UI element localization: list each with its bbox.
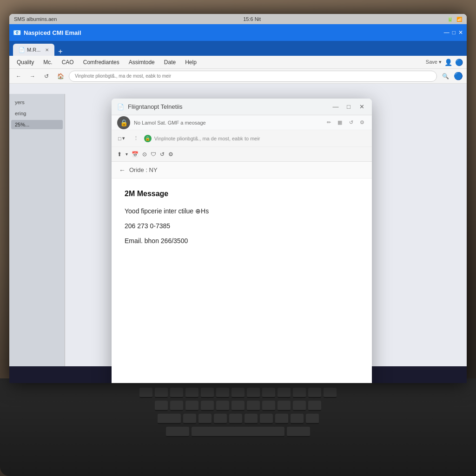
keyboard-keys (0, 378, 476, 446)
forward-btn[interactable]: → (27, 71, 38, 82)
key (262, 401, 275, 411)
menu-comfrediantes[interactable]: Comfrediantes (79, 58, 123, 66)
key (201, 388, 214, 398)
key (185, 388, 198, 398)
save-btn[interactable]: Save ▾ (426, 59, 442, 65)
compose-search-placeholder: Vinplnote plionbgt&., ma de most, eabk t… (154, 136, 368, 141)
key (231, 401, 245, 411)
compose-shield-icon: 🛡 (151, 151, 156, 158)
back-btn[interactable]: ← (13, 71, 24, 82)
tab-close-icon[interactable]: ✕ (45, 47, 49, 53)
os-topbar: SMS albumins.aen 15:6 Nit 🔋 📶 (9, 14, 467, 24)
compose-green-icon: 🔒 (144, 135, 152, 142)
key (245, 414, 258, 424)
wifi-icon: 📶 (456, 17, 462, 22)
key (278, 388, 291, 398)
key (216, 388, 229, 398)
profile-icon[interactable]: 🔵 (454, 72, 463, 80)
key (231, 388, 245, 398)
space-key (192, 427, 284, 437)
menu-help[interactable]: Help (181, 58, 200, 66)
browser-close-btn[interactable]: ✕ (458, 29, 463, 36)
compose-title: Fliigntanopt Telnetiis (128, 103, 183, 110)
avatar-icon: 🔒 (120, 119, 128, 126)
compose-checkbox-btn[interactable]: □ ▾ (115, 134, 128, 142)
shift-key (166, 427, 189, 437)
menu-quality[interactable]: Quality (13, 58, 38, 66)
compose-back-arrow[interactable]: ← (119, 166, 126, 174)
sidebar-item-selected[interactable]: 25%... (11, 120, 63, 129)
message-line1: Yood fipcerie inter ctilue ⊕Hs (125, 207, 359, 215)
compose-toolbar-row: □ ▾ ⋮ 🔒 Vinplnote plionbgt&., ma de most… (112, 130, 372, 147)
compose-titlebar-icons: — □ ✕ (331, 102, 366, 112)
menu-assimtode[interactable]: Assimtode (125, 58, 159, 66)
browser-menubar: Quality Mc. CAO Comfrediantes Assimtode … (9, 56, 467, 69)
key (214, 414, 227, 424)
sidebar-item-ering[interactable]: ering (11, 109, 63, 118)
sidebar-item-yers[interactable]: yers (11, 98, 63, 107)
compose-nav-icon: ⬆ (117, 151, 122, 158)
compose-more-btn[interactable]: ⋮ (131, 134, 141, 142)
browser: 📧 Naspiced CMI Email — □ ✕ 📄 M.R... ✕ + … (9, 24, 467, 383)
browser-tabs: 📄 M.R... ✕ + (9, 41, 467, 56)
key (170, 401, 183, 411)
menu-date[interactable]: Date (160, 58, 179, 66)
compose-nav-label: Oride : NY (129, 166, 158, 173)
key (139, 388, 152, 398)
compose-window-icon: 📄 (117, 104, 124, 110)
compose-refresh2-icon: ↺ (160, 151, 165, 158)
battery-icon: 🔋 (447, 17, 453, 22)
compose-header-text: No Lamol Sat. GMF a meosage (134, 120, 321, 126)
compose-dropdown-icon: ▾ (126, 152, 128, 157)
key (308, 401, 321, 411)
dropdown-icon: ▾ (122, 135, 125, 141)
compose-body[interactable]: 2M Message Yood fipcerie inter ctilue ⊕H… (112, 178, 372, 383)
sidebar: yers ering 25%... (9, 94, 65, 383)
key (291, 414, 304, 424)
message-title: 2M Message (125, 190, 359, 198)
address-bar-value: Vinplnote plionbgt&., ma de most, eabk t… (75, 73, 171, 79)
message-line2: 206 273 0-7385 (125, 222, 359, 230)
browser-minimize-btn[interactable]: — (444, 29, 450, 36)
user-icon[interactable]: 👤 (444, 59, 452, 66)
compose-header-strip: 🔒 No Lamol Sat. GMF a meosage ✏ ▦ ↺ ⚙ (112, 115, 372, 130)
os-topbar-left: SMS albumins.aen (14, 16, 57, 22)
key (155, 401, 168, 411)
browser-maximize-btn[interactable]: □ (452, 29, 456, 36)
compose-gear-icon: ⚙ (168, 151, 173, 158)
search-icon-btn[interactable]: 🔍 (440, 71, 451, 82)
key (229, 414, 242, 424)
key (308, 388, 321, 398)
compose-settings-icon[interactable]: ⚙ (358, 119, 366, 127)
compose-header-action-icons: ✏ ▦ ↺ ⚙ (324, 119, 366, 127)
os-topbar-right: 🔋 📶 (447, 17, 462, 22)
compose-restore-btn[interactable]: □ (344, 102, 353, 112)
browser-content: yers ering 25%... 📄 Fliigntanopt Telneti… (9, 94, 467, 383)
menu-mc[interactable]: Mc. (40, 58, 56, 66)
compose-edit-icon[interactable]: ✏ (324, 119, 333, 127)
checkbox-icon: □ (118, 136, 121, 141)
key (278, 401, 291, 411)
green-icon-symbol: 🔒 (145, 136, 150, 141)
home-btn[interactable]: 🏠 (55, 71, 66, 82)
key (247, 401, 260, 411)
sender-avatar: 🔒 (117, 116, 130, 129)
compose-nav-row: ← Oride : NY (112, 162, 372, 178)
compose-refresh-icon[interactable]: ↺ (347, 119, 355, 127)
compose-close-btn[interactable]: ✕ (357, 102, 366, 112)
main-content: 📄 Fliigntanopt Telnetiis — □ ✕ 🔒 (65, 94, 467, 383)
browser-tab-active[interactable]: 📄 M.R... ✕ (13, 44, 54, 56)
key (185, 401, 198, 411)
screen: SMS albumins.aen 15:6 Nit 🔋 📶 📧 Naspiced… (9, 14, 467, 383)
compose-titlebar: 📄 Fliigntanopt Telnetiis — □ ✕ (112, 99, 372, 115)
menu-cao[interactable]: CAO (58, 58, 78, 66)
compose-minimize-btn[interactable]: — (331, 102, 340, 112)
keyboard (0, 378, 476, 476)
compose-layout-icon[interactable]: ▦ (336, 119, 344, 127)
tab-icon: 📄 (19, 47, 25, 53)
key (158, 414, 181, 424)
browser-toolbar: ← → ↺ 🏠 Vinplnote plionbgt&., ma de most… (9, 69, 467, 84)
new-tab-btn[interactable]: + (58, 47, 62, 56)
address-bar[interactable]: Vinplnote plionbgt&., ma de most, eabk t… (69, 71, 437, 82)
refresh-btn[interactable]: ↺ (41, 71, 52, 82)
